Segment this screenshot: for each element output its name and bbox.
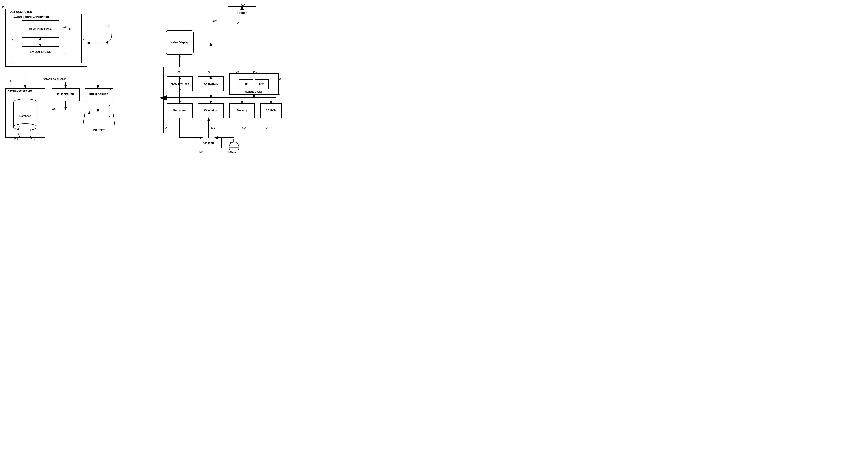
database-cylinder: Database xyxy=(13,98,38,130)
ref-133: 133 xyxy=(228,151,232,153)
layout-engine-box: LAYOUT ENGINE xyxy=(22,46,59,58)
ref-137: 137 xyxy=(176,71,180,73)
cdrom-box: CD-ROM xyxy=(260,103,282,118)
ref-138: 138 xyxy=(207,71,210,73)
ref-143: 143 xyxy=(211,127,215,129)
ref-136: 136 xyxy=(242,127,246,129)
memory-box: Memory xyxy=(229,103,255,118)
ref-144: 144 xyxy=(237,22,241,24)
io-interface-bottom-box: I/O Interface xyxy=(198,103,224,118)
ref-117: 117 xyxy=(31,138,35,140)
keyboard-box: Keyboard xyxy=(196,138,222,149)
video-interface-box: Video Interface xyxy=(167,76,192,91)
video-display-box: Video Display xyxy=(166,30,194,55)
ref-134: 134 xyxy=(276,94,280,96)
svg-marker-6 xyxy=(83,112,115,127)
printer-top-box: Printer xyxy=(228,6,256,19)
ref-113: 113 xyxy=(107,115,112,118)
printer-bottom: PRINTER xyxy=(83,112,115,127)
svg-text:Database: Database xyxy=(19,114,31,118)
processor-box: Processor xyxy=(167,103,192,118)
ref-100: 100 xyxy=(105,25,109,27)
hdd-box: HDD xyxy=(239,80,253,89)
ref-101-right: 101 xyxy=(278,73,281,76)
ref-140: 140 xyxy=(236,70,240,73)
file-server-box: FILE SERVER xyxy=(52,88,80,101)
ref-101-left: 101 xyxy=(2,6,6,9)
ref-111: 111 xyxy=(107,104,112,107)
io-interface-top-box: I/O Interface xyxy=(198,76,224,91)
user-interface-box: USER INTERFACE xyxy=(22,21,59,38)
ref-115: 115 xyxy=(52,107,56,110)
fdd-box: FDD xyxy=(255,80,269,89)
ref-105: 105 xyxy=(62,52,66,54)
ref-103: 103 xyxy=(62,25,66,28)
svg-point-4 xyxy=(13,124,37,130)
storage-device-box: HDD FDD Storage Device xyxy=(229,73,279,95)
ref-132: 132 xyxy=(199,151,203,153)
ref-139: 139 xyxy=(278,77,281,80)
ref-135: 135 xyxy=(163,127,167,129)
ref-142: 142 xyxy=(265,127,269,129)
ref-121: 121 xyxy=(83,38,87,41)
ref-109: 109 xyxy=(107,88,112,90)
ref-123: 123 xyxy=(12,38,16,41)
ref-network: Network Connection xyxy=(43,77,66,81)
svg-rect-10 xyxy=(230,139,234,142)
ref-145: 145 xyxy=(241,4,245,6)
patent-diagram: HOST COMPUTER LAYOUT EDITING APPLICATION… xyxy=(0,0,289,158)
ref-107-left: 107 xyxy=(10,80,13,82)
ref-141: 141 xyxy=(253,70,257,73)
ref-119: 119 xyxy=(14,138,18,140)
ref-107-right: 107 xyxy=(213,19,217,22)
